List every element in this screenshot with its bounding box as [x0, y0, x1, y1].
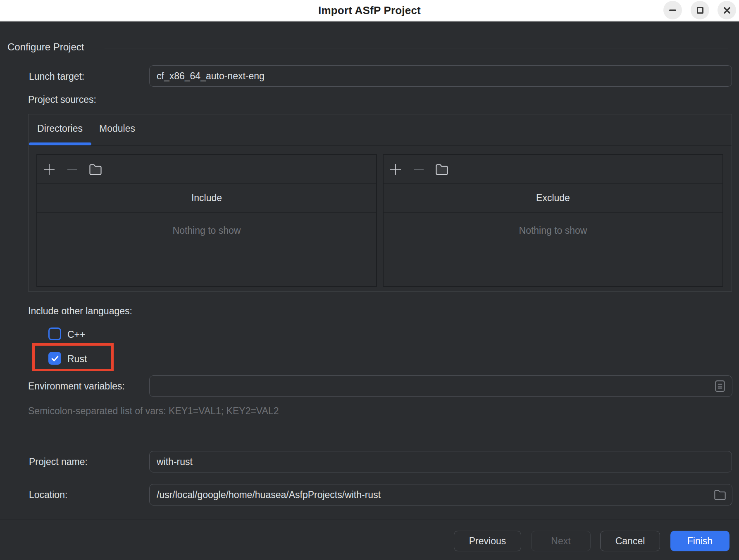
expand-editor-button[interactable] — [712, 378, 728, 394]
content-divider — [28, 433, 732, 433]
lunch-target-input[interactable] — [149, 65, 732, 87]
environment-variables-label: Environment variables: — [28, 381, 125, 392]
rust-checkbox-label[interactable]: Rust — [67, 354, 87, 365]
active-tab-indicator — [29, 142, 91, 145]
window-title: Import ASfP Project — [0, 0, 739, 21]
next-button[interactable]: Next — [531, 531, 591, 551]
tab-modules[interactable]: Modules — [91, 114, 143, 143]
cpp-checkbox-label[interactable]: C++ — [67, 329, 85, 340]
folder-icon — [714, 489, 726, 501]
minus-icon — [412, 163, 425, 176]
maximize-button[interactable] — [691, 1, 709, 19]
minimize-button[interactable] — [663, 1, 682, 19]
finish-button[interactable]: Finish — [670, 531, 729, 551]
import-asfp-project-dialog: Import ASfP Project Configure Project Lu… — [0, 0, 739, 560]
project-sources-panel: Directories Modules — [28, 114, 732, 292]
folder-icon — [435, 163, 448, 176]
include-panel: Include Nothing to show — [36, 154, 377, 287]
browse-folder-button[interactable] — [712, 486, 728, 503]
maximize-icon — [697, 7, 703, 14]
plus-icon — [43, 163, 55, 176]
exclude-panel: Exclude Nothing to show — [383, 154, 723, 287]
project-name-input[interactable] — [149, 451, 732, 472]
environment-variables-input[interactable] — [149, 375, 732, 397]
previous-button[interactable]: Previous — [454, 531, 521, 551]
close-icon — [723, 6, 731, 14]
include-toolbar — [37, 155, 376, 184]
project-sources-label: Project sources: — [28, 94, 96, 105]
minus-icon — [66, 163, 79, 176]
tab-directories[interactable]: Directories — [29, 114, 91, 143]
plus-icon — [389, 163, 402, 176]
lunch-target-label: Lunch target: — [29, 71, 84, 82]
list-icon — [715, 380, 725, 392]
location-label: Location: — [29, 489, 67, 501]
add-button[interactable] — [389, 162, 403, 176]
cancel-button[interactable]: Cancel — [600, 531, 660, 551]
exclude-toolbar — [384, 155, 722, 184]
close-button[interactable] — [718, 1, 736, 19]
cpp-checkbox[interactable] — [48, 327, 61, 340]
folder-icon — [89, 163, 102, 176]
include-empty-text: Nothing to show — [37, 225, 376, 236]
location-input[interactable] — [149, 484, 732, 505]
section-divider — [105, 48, 728, 48]
add-folder-button[interactable] — [435, 162, 449, 176]
exclude-empty-text: Nothing to show — [384, 225, 722, 236]
titlebar: Import ASfP Project — [0, 0, 739, 21]
minimize-icon — [669, 9, 676, 11]
include-other-languages-label: Include other languages: — [28, 306, 132, 317]
remove-button[interactable] — [412, 162, 426, 176]
section-title: Configure Project — [7, 41, 84, 53]
checkmark-icon — [50, 354, 60, 363]
add-folder-button[interactable] — [88, 162, 103, 176]
footer-divider — [0, 520, 739, 520]
exclude-header: Exclude — [384, 184, 722, 213]
environment-variables-help: Semicolon-separated list of vars: KEY1=V… — [28, 406, 279, 417]
project-name-label: Project name: — [29, 456, 88, 467]
remove-button[interactable] — [65, 162, 79, 176]
tabs-separator — [29, 145, 732, 146]
rust-checkbox[interactable] — [48, 352, 61, 365]
include-header: Include — [37, 184, 376, 213]
add-button[interactable] — [42, 162, 56, 176]
